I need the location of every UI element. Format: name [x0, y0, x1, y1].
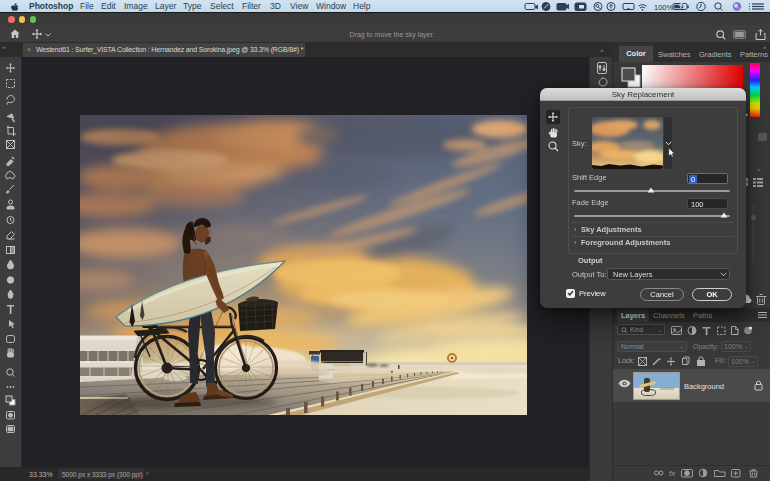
- svg-text:fx: fx: [669, 469, 676, 478]
- svg-text:100%: 100%: [654, 3, 674, 12]
